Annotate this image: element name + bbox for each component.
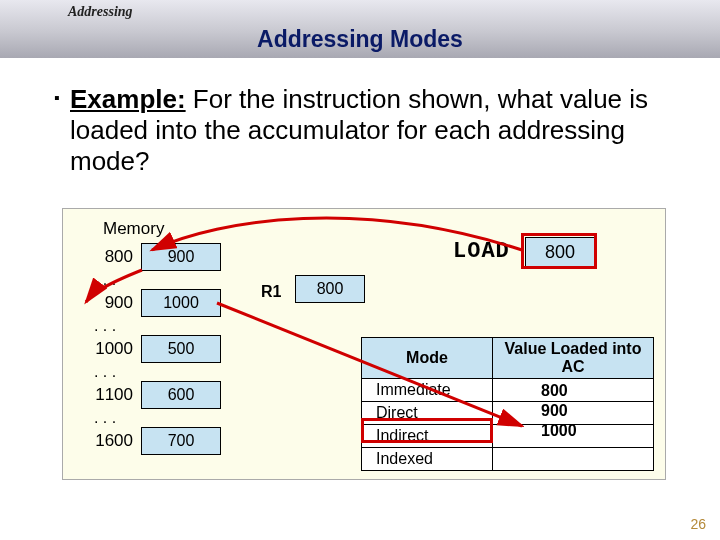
mem-addr: 1100: [77, 385, 141, 405]
register-value: 800: [295, 275, 365, 303]
mem-dots: . . .: [77, 409, 141, 427]
mem-row-0: 800 900: [77, 243, 221, 271]
modes-table: Mode Value Loaded into AC Immediate Dire…: [361, 337, 654, 471]
mem-dots: . . .: [77, 363, 141, 381]
memory-table: 800 900 . . . 900 1000 . . . 1000 500 . …: [77, 243, 221, 455]
mem-dots: . . .: [77, 271, 141, 289]
example-bullet: Example: For the instruction shown, what…: [70, 84, 682, 178]
example-label: Example:: [70, 84, 186, 114]
answer-direct: 900: [541, 402, 568, 420]
answer-immediate: 800: [541, 382, 568, 400]
mem-row-3: 1100 600: [77, 381, 221, 409]
mode-immediate: Immediate: [362, 379, 493, 402]
answer-indirect: 1000: [541, 422, 577, 440]
instruction-op: LOAD: [453, 239, 510, 264]
mem-row-1: 900 1000: [77, 289, 221, 317]
val-immediate: [493, 379, 654, 402]
val-indexed: [493, 448, 654, 471]
slide-number: 26: [690, 516, 706, 532]
modes-header-mode: Mode: [362, 338, 493, 379]
mem-cell: 700: [141, 427, 221, 455]
memory-label: Memory: [103, 219, 164, 239]
operand-highlight: [521, 233, 597, 269]
register-name: R1: [261, 283, 281, 301]
mem-cell: 500: [141, 335, 221, 363]
mem-dots: . . .: [77, 317, 141, 335]
chapter-label: Addressing: [68, 4, 133, 20]
mem-row-4: 1600 700: [77, 427, 221, 455]
mem-cell: 600: [141, 381, 221, 409]
mem-cell: 1000: [141, 289, 221, 317]
mem-addr: 1600: [77, 431, 141, 451]
indirect-highlight: [361, 418, 493, 443]
mode-indexed: Indexed: [362, 448, 493, 471]
mem-row-2: 1000 500: [77, 335, 221, 363]
diagram-panel: Memory 800 900 . . . 900 1000 . . . 1000…: [62, 208, 666, 480]
modes-header-value: Value Loaded into AC: [493, 338, 654, 379]
mem-addr: 800: [77, 247, 141, 267]
mem-addr: 1000: [77, 339, 141, 359]
mem-cell: 900: [141, 243, 221, 271]
mem-addr: 900: [77, 293, 141, 313]
slide-title: Addressing Modes: [0, 26, 720, 53]
